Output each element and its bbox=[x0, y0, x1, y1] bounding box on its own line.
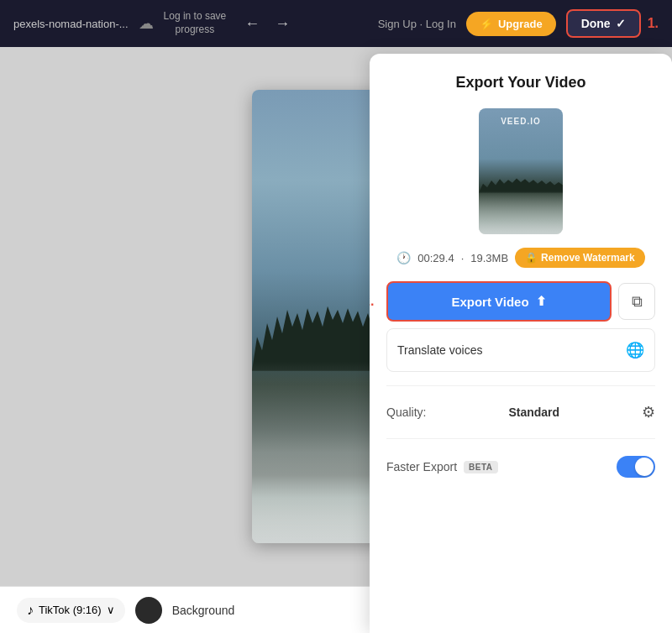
tiktok-format-badge[interactable]: ♪ TikTok (9:16) ∨ bbox=[17, 598, 125, 623]
toggle-knob bbox=[635, 458, 654, 476]
signup-link[interactable]: Sign Up bbox=[378, 18, 417, 30]
meta-size: 19.3MB bbox=[470, 252, 508, 264]
translate-voices-row[interactable]: Translate voices 🌐 bbox=[386, 328, 655, 372]
redo-button[interactable]: → bbox=[270, 12, 295, 36]
done-button[interactable]: Done ✓ bbox=[566, 9, 641, 38]
export-panel-title: Export Your Video bbox=[386, 74, 655, 92]
remove-watermark-label: Remove Watermark bbox=[541, 252, 635, 264]
tiktok-icon: ♪ bbox=[27, 603, 34, 618]
cloud-icon: ☁ bbox=[139, 14, 154, 33]
export-video-button[interactable]: Export Video ⬆ bbox=[386, 281, 612, 322]
quality-value: Standard bbox=[508, 405, 559, 419]
translate-label: Translate voices bbox=[397, 343, 482, 357]
tiktok-label: TikTok (9:16) bbox=[39, 604, 102, 616]
auth-separator: · bbox=[420, 18, 423, 30]
faster-export-text: Faster Export bbox=[386, 460, 457, 473]
filename-label: pexels-nomad-nation-... bbox=[13, 18, 129, 30]
done-label: Done bbox=[581, 17, 611, 30]
export-video-row: Export Video ⬆ ⧉ bbox=[386, 281, 655, 322]
step1-annotation: 1. bbox=[648, 16, 659, 31]
auth-links: Sign Up · Log In bbox=[378, 18, 456, 30]
background-label: Background bbox=[172, 604, 235, 617]
step2-annotation: 2. bbox=[370, 294, 374, 309]
upgrade-button[interactable]: ⚡ Upgrade bbox=[466, 12, 556, 36]
quality-settings-icon[interactable]: ⚙ bbox=[642, 403, 655, 421]
meta-duration: 00:29.4 bbox=[417, 252, 454, 264]
export-meta-row: 🕐 00:29.4 · 19.3MB 🔒 Remove Watermark bbox=[386, 248, 655, 268]
remove-watermark-button[interactable]: 🔒 Remove Watermark bbox=[515, 248, 645, 268]
translate-icon: 🌐 bbox=[626, 341, 644, 359]
divider-1 bbox=[386, 385, 655, 386]
undo-button[interactable]: ← bbox=[239, 12, 265, 36]
thumbnail-fog bbox=[479, 191, 563, 235]
beta-badge: BETA bbox=[464, 461, 497, 473]
quality-label: Quality: bbox=[386, 405, 426, 419]
faster-export-toggle[interactable] bbox=[617, 456, 655, 478]
background-color-circle[interactable] bbox=[135, 597, 162, 624]
share-export-button[interactable]: ⧉ bbox=[618, 283, 655, 320]
share-icon: ⧉ bbox=[632, 293, 643, 311]
thumbnail-watermark: VEED.IO bbox=[479, 117, 563, 126]
done-check-icon: ✓ bbox=[616, 17, 626, 30]
upgrade-icon: ⚡ bbox=[480, 18, 493, 30]
topbar: pexels-nomad-nation-... ☁ Log in to save… bbox=[0, 0, 672, 47]
upload-icon: ⬆ bbox=[536, 294, 547, 309]
export-video-wrapper: Export Video ⬆ ⧉ 2. bbox=[386, 281, 655, 322]
meta-separator: · bbox=[461, 252, 465, 264]
divider-2 bbox=[386, 438, 655, 439]
save-progress-label[interactable]: Log in to save progress bbox=[164, 10, 227, 36]
faster-export-label: Faster Export BETA bbox=[386, 460, 498, 473]
lock-icon: 🔒 bbox=[525, 252, 538, 264]
clock-icon: 🕐 bbox=[396, 251, 411, 264]
undo-redo-nav: ← → bbox=[239, 12, 295, 36]
login-link[interactable]: Log In bbox=[426, 18, 456, 30]
upgrade-label: Upgrade bbox=[498, 18, 543, 30]
export-thumbnail: VEED.IO bbox=[479, 108, 563, 234]
faster-export-row: Faster Export BETA bbox=[386, 449, 655, 484]
export-video-label: Export Video bbox=[451, 295, 528, 309]
chevron-down-icon: ∨ bbox=[107, 604, 115, 616]
export-panel: Export Your Video VEED.IO 🕐 00:29.4 · 19… bbox=[370, 54, 672, 633]
quality-row: Quality: Standard ⚙ bbox=[386, 396, 655, 428]
